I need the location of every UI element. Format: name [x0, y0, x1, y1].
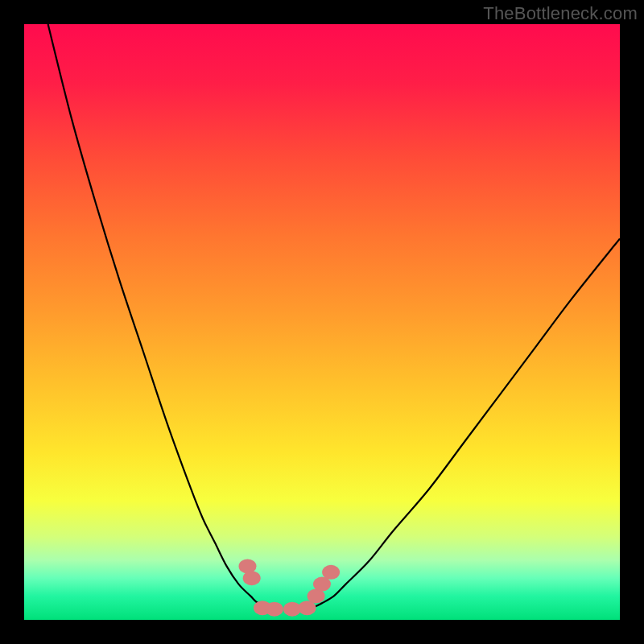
gradient-background — [24, 24, 620, 620]
marker-point — [266, 602, 283, 617]
marker-point — [243, 571, 261, 585]
watermark-text: TheBottleneck.com — [483, 3, 638, 24]
marker-point — [322, 565, 340, 580]
chart-svg — [24, 24, 620, 620]
plot-area — [24, 24, 620, 620]
chart-frame: TheBottleneck.com — [0, 0, 644, 644]
